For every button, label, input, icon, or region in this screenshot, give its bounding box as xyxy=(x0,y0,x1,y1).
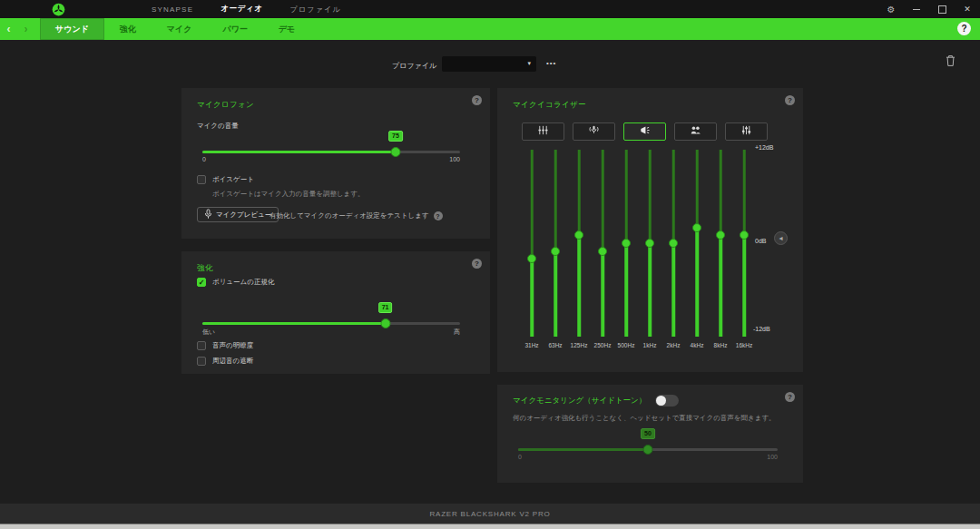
eq-preset-buttons xyxy=(522,122,768,141)
eq-band-thumb[interactable] xyxy=(622,239,631,248)
chevron-down-icon: ▾ xyxy=(527,60,531,67)
menu-profiles[interactable]: プロファイル xyxy=(290,5,341,15)
eq-rail-filled xyxy=(530,259,534,337)
sidetone-level-slider[interactable]: 50 0100 xyxy=(518,428,778,461)
eq-band-thumb[interactable] xyxy=(669,239,678,248)
ambient-noise-block-checkbox[interactable]: 周辺音の遮断 xyxy=(197,357,253,366)
help-button[interactable]: ? xyxy=(957,22,971,35)
preset-custom-button[interactable] xyxy=(725,122,768,141)
mic-volume-label: マイクの音量 xyxy=(197,122,239,131)
device-name-bar: RAZER BLACKSHARK V2 PRO xyxy=(0,504,980,524)
info-icon[interactable]: ? xyxy=(785,95,795,105)
maximize-button[interactable] xyxy=(929,0,955,18)
checkbox-label: 周辺音の遮断 xyxy=(212,357,253,366)
info-icon[interactable]: ? xyxy=(434,211,443,220)
eq-band-frequency-label: 31Hz xyxy=(520,342,544,348)
slider-min-label: 0 xyxy=(518,454,522,460)
eq-scale-max-label: +12dB xyxy=(755,144,773,151)
preset-broadcast-button[interactable] xyxy=(573,122,615,141)
eq-flat-sliders-icon xyxy=(537,123,549,140)
mic-monitoring-panel: マイクモニタリング（サイドトーン） ? 何のオーディオ強化も行うことなく、ヘッド… xyxy=(497,385,803,483)
preset-conference-button[interactable] xyxy=(674,122,717,141)
mic-icon xyxy=(204,209,212,221)
window-controls: ⚙ ✕ xyxy=(878,0,980,18)
checkbox-box[interactable] xyxy=(197,357,206,366)
tab-mic[interactable]: マイク xyxy=(152,18,208,40)
checkbox-label: ボイスゲート xyxy=(212,175,254,184)
nav-back-button[interactable]: ‹ xyxy=(0,18,17,40)
razer-logo-icon[interactable] xyxy=(52,3,65,16)
mic-volume-slider[interactable]: 75 0100 xyxy=(202,131,460,163)
mic-preview-button[interactable]: マイクプレビュー xyxy=(197,207,279,222)
normalization-level-slider[interactable]: 71 低い高 xyxy=(202,302,460,335)
eq-band-4khz[interactable]: 4kHz xyxy=(685,150,709,337)
slider-fill xyxy=(518,448,648,451)
slider-max-label: 高 xyxy=(454,328,460,337)
slider-thumb[interactable] xyxy=(380,318,390,328)
eq-band-63hz[interactable]: 63Hz xyxy=(544,150,567,337)
minimize-button[interactable] xyxy=(904,0,929,18)
profile-more-button[interactable]: ••• xyxy=(546,59,556,67)
navbar: ‹ › サウンド強化マイクパワーデモ ? xyxy=(0,18,980,40)
tab-enhancement[interactable]: 強化 xyxy=(104,18,152,40)
eq-band-8khz[interactable]: 8kHz xyxy=(709,150,732,337)
eq-reset-button[interactable]: ◂ xyxy=(774,231,788,245)
tab-power[interactable]: パワー xyxy=(207,18,262,40)
info-icon[interactable]: ? xyxy=(785,392,795,402)
panel-title: マイクモニタリング（サイドトーン） xyxy=(513,396,646,407)
settings-gear-icon[interactable]: ⚙ xyxy=(878,0,904,18)
eq-band-1khz[interactable]: 1kHz xyxy=(638,150,662,337)
eq-band-thumb[interactable] xyxy=(574,230,583,240)
voice-gate-checkbox[interactable]: ボイスゲート xyxy=(197,175,254,184)
volume-normalization-checkbox[interactable]: ✓ ボリュームの正規化 xyxy=(197,278,274,287)
eq-band-31hz[interactable]: 31Hz xyxy=(520,150,544,337)
eq-rail-upper xyxy=(554,150,557,251)
eq-band-thumb[interactable] xyxy=(598,247,607,256)
preset-default-button[interactable] xyxy=(522,122,564,141)
eq-band-thumb[interactable] xyxy=(645,239,654,248)
eq-rail-upper xyxy=(743,150,746,235)
eq-rail-upper xyxy=(720,150,722,235)
eq-rail-filled xyxy=(671,243,675,337)
eq-band-2khz[interactable]: 2kHz xyxy=(662,150,685,337)
close-button[interactable]: ✕ xyxy=(955,0,980,18)
eq-band-250hz[interactable]: 250Hz xyxy=(591,150,614,337)
eq-scale-min-label: -12dB xyxy=(753,326,770,332)
tab-sound[interactable]: サウンド xyxy=(40,18,104,40)
sidetone-toggle[interactable] xyxy=(655,395,679,407)
eq-band-500hz[interactable]: 500Hz xyxy=(614,150,638,337)
eq-band-thumb[interactable] xyxy=(740,230,749,240)
mic-preview-hint: 有効化してマイクのオーディオ設定をテストします ? xyxy=(270,211,443,220)
nav-forward-button[interactable]: › xyxy=(17,18,34,40)
slider-max-label: 100 xyxy=(767,454,778,460)
slider-thumb[interactable] xyxy=(391,147,401,157)
slider-value-badge: 50 xyxy=(641,428,655,439)
profile-dropdown[interactable]: ▾ xyxy=(442,56,536,72)
info-icon[interactable]: ? xyxy=(472,95,482,105)
preset-amplified-button[interactable] xyxy=(623,122,666,141)
slider-fill xyxy=(202,151,396,153)
voice-clarity-checkbox[interactable]: 音声の明瞭度 xyxy=(197,341,253,350)
synapse-window: SYNAPSEオーディオプロファイル ⚙ ✕ ‹ › サウンド強化マイクパワーデ… xyxy=(0,0,980,529)
eq-rail-filled xyxy=(742,235,746,337)
eq-band-16khz[interactable]: 16kHz xyxy=(732,150,756,337)
checkbox-box[interactable] xyxy=(197,341,206,350)
checkbox-box[interactable] xyxy=(197,175,206,184)
eq-rail-filled xyxy=(648,243,652,337)
eq-band-125hz[interactable]: 125Hz xyxy=(567,150,591,337)
delete-profile-button[interactable] xyxy=(944,54,956,68)
slider-fill xyxy=(202,322,386,325)
tab-demo[interactable]: デモ xyxy=(263,18,310,40)
eq-band-thumb[interactable] xyxy=(551,247,560,256)
eq-band-thumb[interactable] xyxy=(716,230,725,240)
menu-synapse[interactable]: SYNAPSE xyxy=(152,5,193,14)
eq-band-thumb[interactable] xyxy=(527,254,536,263)
menu-audio[interactable]: オーディオ xyxy=(220,4,262,15)
eq-band-frequency-label: 4kHz xyxy=(685,342,709,348)
info-icon[interactable]: ? xyxy=(472,259,482,269)
slider-thumb[interactable] xyxy=(643,445,653,455)
checkbox-box[interactable]: ✓ xyxy=(197,278,206,287)
eq-band-thumb[interactable] xyxy=(692,223,701,232)
eq-rail-filled xyxy=(554,251,557,337)
people-icon xyxy=(690,123,701,140)
